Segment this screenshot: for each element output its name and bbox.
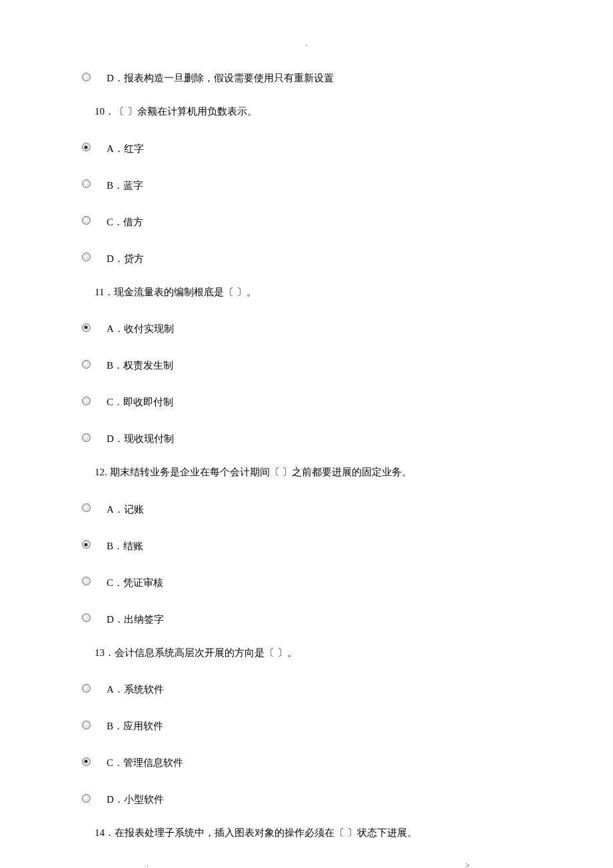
option-label: B．蓝字 bbox=[107, 175, 143, 193]
radio-icon[interactable] bbox=[82, 757, 91, 766]
radio-wrap bbox=[79, 683, 93, 693]
q11-option-b: B．权责发生制 bbox=[79, 355, 546, 373]
q10-option-a: A．红字 bbox=[79, 138, 546, 156]
q13-option-d: D．小型软件 bbox=[79, 789, 546, 807]
q10-option-c: C．借方 bbox=[79, 211, 546, 229]
q11-option-c: C．即收即付制 bbox=[79, 391, 546, 409]
radio-icon[interactable] bbox=[82, 721, 91, 729]
question-13-prompt: 13．会计信息系统高层次开展的方向是〔 〕。 bbox=[95, 645, 546, 661]
radio-wrap bbox=[79, 252, 93, 261]
radio-wrap bbox=[79, 539, 93, 549]
radio-wrap bbox=[79, 757, 93, 766]
radio-wrap bbox=[79, 720, 93, 729]
q10-option-b: B．蓝字 bbox=[79, 175, 546, 193]
radio-icon[interactable] bbox=[82, 73, 91, 81]
q12-option-c: C．凭证审核 bbox=[79, 572, 546, 590]
radio-icon[interactable] bbox=[82, 143, 91, 151]
q11-option-a: A．收付实现制 bbox=[79, 318, 546, 336]
option-label: A．记账 bbox=[107, 499, 144, 517]
radio-wrap bbox=[79, 433, 93, 442]
q11-option-d: D．现收现付制 bbox=[79, 428, 546, 446]
radio-icon[interactable] bbox=[82, 540, 91, 549]
option-label: D．现收现付制 bbox=[107, 428, 174, 446]
radio-wrap bbox=[79, 72, 93, 81]
option-label: A．红字 bbox=[107, 138, 144, 156]
radio-icon[interactable] bbox=[82, 397, 91, 405]
radio-wrap bbox=[79, 179, 93, 188]
radio-icon[interactable] bbox=[82, 503, 91, 512]
orphan-option-label: D．报表构造一旦删除，假设需要使用只有重新设置 bbox=[107, 67, 334, 85]
option-label: A．系统软件 bbox=[107, 679, 164, 697]
q12-option-b: B．结账 bbox=[79, 535, 546, 553]
option-label: C．即收即付制 bbox=[107, 391, 173, 409]
radio-icon[interactable] bbox=[82, 179, 91, 188]
footer-left-dot: . > bbox=[0, 861, 613, 868]
radio-icon[interactable] bbox=[82, 253, 91, 261]
radio-wrap bbox=[79, 359, 93, 369]
radio-wrap bbox=[79, 215, 93, 225]
radio-icon[interactable] bbox=[82, 794, 91, 803]
page-content: D．报表构造一旦删除，假设需要使用只有重新设置 10．〔 〕余额在计算机用负数表… bbox=[0, 67, 613, 841]
footer-right-angle: > bbox=[465, 861, 613, 869]
q12-option-a: A．记账 bbox=[79, 499, 546, 517]
option-label: D．贷方 bbox=[107, 248, 144, 266]
radio-icon[interactable] bbox=[82, 577, 91, 585]
radio-wrap bbox=[79, 396, 93, 405]
option-label: D．小型软件 bbox=[107, 789, 164, 807]
q13-option-a: A．系统软件 bbox=[79, 679, 546, 697]
q12-option-d: D．出纳签字 bbox=[79, 609, 546, 627]
radio-wrap bbox=[79, 576, 93, 585]
q13-option-b: B．应用软件 bbox=[79, 715, 546, 733]
question-14-prompt: 14．在报表处理子系统中，插入图表对象的操作必须在〔 〕状态下进展。 bbox=[95, 825, 546, 841]
option-label: A．收付实现制 bbox=[107, 318, 174, 336]
question-12-prompt: 12. 期末结转业务是企业在每个会计期间〔 〕之前都要进展的固定业务。 bbox=[95, 465, 546, 480]
option-label: B．结账 bbox=[107, 535, 143, 553]
radio-icon[interactable] bbox=[82, 684, 91, 693]
option-label: C．凭证审核 bbox=[107, 572, 163, 590]
radio-wrap bbox=[79, 613, 93, 622]
question-11-prompt: 11．现金流量表的编制根底是〔 〕。 bbox=[95, 285, 546, 300]
radio-wrap bbox=[79, 142, 93, 151]
radio-icon[interactable] bbox=[82, 216, 91, 225]
header-dot: . bbox=[0, 40, 613, 47]
q13-option-c: C．管理信息软件 bbox=[79, 752, 546, 770]
option-label: C．管理信息软件 bbox=[107, 752, 183, 770]
radio-icon[interactable] bbox=[82, 323, 91, 332]
orphan-option-row: D．报表构造一旦删除，假设需要使用只有重新设置 bbox=[79, 67, 546, 85]
option-label: D．出纳签字 bbox=[107, 609, 164, 627]
radio-wrap bbox=[79, 793, 93, 803]
radio-icon[interactable] bbox=[82, 433, 91, 442]
question-10-prompt: 10．〔 〕余额在计算机用负数表示。 bbox=[95, 104, 546, 119]
option-label: B．应用软件 bbox=[107, 715, 163, 733]
radio-wrap bbox=[79, 503, 93, 512]
radio-wrap bbox=[79, 323, 93, 332]
option-label: C．借方 bbox=[107, 211, 143, 229]
radio-icon[interactable] bbox=[82, 360, 91, 369]
option-label: B．权责发生制 bbox=[107, 355, 173, 373]
q10-option-d: D．贷方 bbox=[79, 248, 546, 266]
radio-icon[interactable] bbox=[82, 613, 91, 622]
